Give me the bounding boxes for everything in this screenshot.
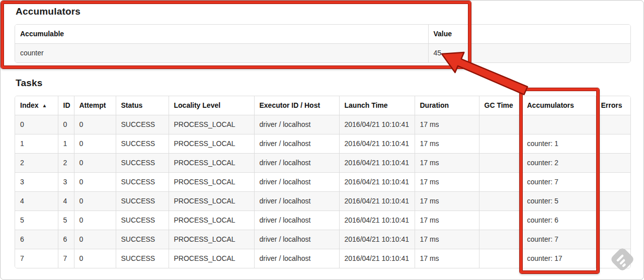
table-row: 770SUCCESSPROCESS_LOCALdriver / localhos…: [15, 249, 631, 268]
table-cell: 5: [15, 211, 58, 230]
table-cell: 17 ms: [415, 230, 479, 249]
table-cell: [596, 249, 631, 268]
table-cell: [596, 173, 631, 192]
table-cell: PROCESS_LOCAL: [169, 134, 254, 154]
table-header-row: AccumulableValue: [15, 25, 631, 44]
column-header-label: ID: [63, 101, 70, 109]
table-cell: PROCESS_LOCAL: [169, 192, 254, 211]
column-header-label: Locality Level: [174, 101, 221, 109]
table-cell: SUCCESS: [116, 230, 169, 249]
table-cell: 17 ms: [415, 192, 479, 211]
table-row: 550SUCCESSPROCESS_LOCALdriver / localhos…: [15, 211, 631, 230]
table-cell: 3: [15, 173, 58, 192]
table-cell: 1: [15, 134, 58, 154]
table-row: 110SUCCESSPROCESS_LOCALdriver / localhos…: [15, 134, 631, 154]
column-header-gc-time[interactable]: GC Time: [479, 96, 522, 115]
column-header-id[interactable]: ID: [58, 96, 74, 115]
table-cell: counter: 2: [522, 154, 596, 173]
table-cell: 0: [74, 173, 116, 192]
table-cell: 6: [15, 230, 58, 249]
table-cell: driver / localhost: [254, 249, 339, 268]
table-cell: counter: [15, 44, 428, 63]
column-header-executor-id-host[interactable]: Executor ID / Host: [254, 96, 339, 115]
table-cell: SUCCESS: [116, 115, 169, 134]
table-cell: SUCCESS: [116, 173, 169, 192]
table-cell: SUCCESS: [116, 154, 169, 173]
table-cell: SUCCESS: [116, 134, 169, 154]
table-cell: 4: [58, 192, 74, 211]
table-row: 330SUCCESSPROCESS_LOCALdriver / localhos…: [15, 173, 631, 192]
table-cell: driver / localhost: [254, 115, 339, 134]
table-cell: counter: 1: [522, 134, 596, 154]
table-cell: counter: 7: [522, 230, 596, 249]
table-cell: driver / localhost: [254, 211, 339, 230]
table-cell: 4: [15, 192, 58, 211]
table-cell: driver / localhost: [254, 230, 339, 249]
column-header-status[interactable]: Status: [116, 96, 169, 115]
table-row: 220SUCCESSPROCESS_LOCALdriver / localhos…: [15, 154, 631, 173]
column-header-accumulators[interactable]: Accumulators: [522, 96, 596, 115]
table-cell: 2: [15, 154, 58, 173]
table-cell: SUCCESS: [116, 249, 169, 268]
column-header-label: Duration: [420, 101, 449, 109]
table-row: 440SUCCESSPROCESS_LOCALdriver / localhos…: [15, 192, 631, 211]
table-cell: counter: 17: [522, 249, 596, 268]
column-header-label: Value: [434, 30, 452, 38]
sort-asc-icon: ▲: [42, 103, 47, 108]
column-header-launch-time[interactable]: Launch Time: [339, 96, 415, 115]
table-cell: PROCESS_LOCAL: [169, 230, 254, 249]
table-cell: [596, 134, 631, 154]
table-cell: 2: [58, 154, 74, 173]
table-cell: 17 ms: [415, 173, 479, 192]
tasks-table: Index▲IDAttemptStatusLocality LevelExecu…: [15, 96, 631, 268]
table-cell: [596, 154, 631, 173]
table-cell: 0: [58, 115, 74, 134]
table-cell: SUCCESS: [116, 211, 169, 230]
column-header-label: GC Time: [485, 101, 513, 109]
table-cell: 1: [58, 134, 74, 154]
table-cell: 5: [58, 211, 74, 230]
table-cell: PROCESS_LOCAL: [169, 173, 254, 192]
table-row: 660SUCCESSPROCESS_LOCALdriver / localhos…: [15, 230, 631, 249]
accumulators-table-container: AccumulableValue counter45: [15, 24, 631, 63]
table-cell: [479, 154, 522, 173]
column-header-value[interactable]: Value: [428, 25, 631, 44]
column-header-locality-level[interactable]: Locality Level: [169, 96, 254, 115]
tasks-table-container: Index▲IDAttemptStatusLocality LevelExecu…: [15, 96, 631, 268]
column-header-errors[interactable]: Errors: [596, 96, 631, 115]
tasks-section-heading: Tasks: [16, 77, 630, 89]
table-cell: [596, 211, 631, 230]
column-header-label: Accumulators: [527, 101, 574, 109]
table-cell: 2016/04/21 10:10:41: [339, 173, 415, 192]
column-header-duration[interactable]: Duration: [415, 96, 479, 115]
table-cell: driver / localhost: [254, 154, 339, 173]
table-cell: 2016/04/21 10:10:41: [339, 134, 415, 154]
table-cell: driver / localhost: [254, 173, 339, 192]
column-header-label: Errors: [601, 101, 622, 109]
table-cell: 0: [74, 134, 116, 154]
table-header-row: Index▲IDAttemptStatusLocality LevelExecu…: [15, 96, 631, 115]
table-cell: PROCESS_LOCAL: [169, 115, 254, 134]
accumulators-table: AccumulableValue counter45: [15, 25, 631, 62]
table-cell: SUCCESS: [116, 192, 169, 211]
table-cell: [596, 230, 631, 249]
column-header-index[interactable]: Index▲: [15, 96, 58, 115]
table-cell: 0: [74, 211, 116, 230]
table-cell: 0: [74, 115, 116, 134]
table-cell: [479, 249, 522, 268]
table-cell: 0: [74, 154, 116, 173]
column-header-attempt[interactable]: Attempt: [74, 96, 116, 115]
table-cell: [479, 230, 522, 249]
table-cell: PROCESS_LOCAL: [169, 249, 254, 268]
column-header-label: Accumulable: [20, 30, 64, 38]
table-cell: 0: [74, 230, 116, 249]
column-header-label: Launch Time: [345, 101, 388, 109]
column-header-label: Status: [121, 101, 143, 109]
table-row: 000SUCCESSPROCESS_LOCALdriver / localhos…: [15, 115, 631, 134]
column-header-accumulable[interactable]: Accumulable: [15, 25, 428, 44]
table-cell: 17 ms: [415, 154, 479, 173]
table-cell: counter: 6: [522, 211, 596, 230]
table-cell: [596, 192, 631, 211]
table-cell: driver / localhost: [254, 192, 339, 211]
table-cell: 2016/04/21 10:10:41: [339, 154, 415, 173]
